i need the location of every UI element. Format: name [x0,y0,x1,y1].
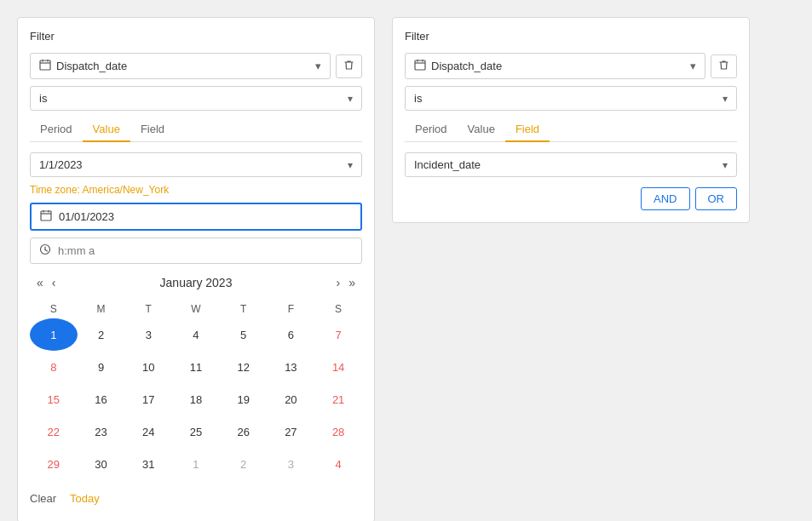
right-or-btn[interactable]: OR [695,187,738,210]
table-row[interactable]: 24 [124,415,172,448]
calendar-day: 24 [136,420,160,444]
calendar-day: 5 [232,323,256,346]
left-cal-th-s1: S [30,300,78,318]
right-field-dropdown-value: Incident_date [414,158,481,171]
left-date-input-row [30,203,362,231]
left-tab-period[interactable]: Period [30,117,83,142]
right-calendar-icon [414,59,426,73]
table-row[interactable]: 3 [124,318,172,351]
left-operator-chevron [348,92,353,105]
table-row[interactable]: 15 [30,383,78,415]
table-row[interactable]: 29 [30,448,78,480]
table-row[interactable]: 13 [268,351,315,383]
left-time-input[interactable] [58,244,353,257]
calendar-day: 2 [89,323,113,346]
calendar-day: 29 [42,452,66,476]
table-row[interactable]: 3 [268,448,315,480]
table-row[interactable]: 6 [268,318,315,351]
svg-rect-4 [41,211,51,220]
table-row[interactable]: 2 [78,318,125,351]
left-delete-btn[interactable] [336,54,362,78]
left-cal-th-w: W [172,300,220,318]
left-cal-month-year: January 2023 [160,276,233,289]
left-field-row: Dispatch_date ▾ [30,53,362,79]
table-row[interactable]: 12 [220,351,268,383]
calendar-day: 30 [89,452,113,476]
calendar-day: 8 [42,355,66,379]
calendar-day: 3 [136,323,160,346]
table-row[interactable]: 16 [78,383,125,415]
left-time-input-row [30,238,362,264]
left-cal-th-f: F [268,300,315,318]
left-date-preset-select[interactable]: 1/1/2023 [30,152,362,177]
table-row[interactable]: 8 [30,351,78,383]
table-row[interactable]: 14 [314,351,362,383]
calendar-day: 12 [232,355,256,379]
right-field-dropdown[interactable]: Incident_date [405,152,737,177]
table-row[interactable]: 19 [220,383,268,415]
left-cal-today-btn[interactable]: Today [70,490,100,507]
right-operator-select[interactable]: is [405,86,737,111]
right-delete-btn[interactable] [711,54,737,78]
right-field-name: Dispatch_date [431,60,687,72]
table-row[interactable]: 9 [78,351,125,383]
calendar-day: 2 [232,452,256,476]
right-field-row: Dispatch_date ▾ [405,53,737,79]
table-row[interactable]: 1 [30,318,78,351]
table-row[interactable]: 10 [124,351,172,383]
left-cal-next-year-btn[interactable]: » [345,274,359,291]
left-operator-select[interactable]: is [30,86,362,111]
table-row[interactable]: 22 [30,415,78,448]
left-tab-value[interactable]: Value [83,117,130,142]
right-and-btn[interactable]: AND [641,187,689,210]
left-cal-th-s2: S [314,300,362,318]
table-row[interactable]: 30 [78,448,125,480]
left-cal-prev-year-btn[interactable]: « [33,274,47,291]
left-calendar: « ‹ January 2023 › » S M T W T F S [30,274,362,510]
table-row[interactable]: 20 [268,383,315,415]
calendar-day: 13 [279,355,302,379]
left-cal-grid: S M T W T F S 12345678910111213141516171… [30,300,362,480]
table-row[interactable]: 4 [314,448,362,480]
calendar-day: 26 [232,420,256,444]
table-row[interactable]: 5 [220,318,268,351]
table-row[interactable]: 7 [314,318,362,351]
left-date-cal-icon [40,209,52,224]
table-row[interactable]: 1 [172,448,220,480]
table-row[interactable]: 18 [172,383,220,415]
left-date-input[interactable] [59,210,352,223]
table-row[interactable]: 4 [172,318,220,351]
right-tab-field[interactable]: Field [505,117,550,142]
calendar-day: 6 [279,323,302,346]
left-cal-clear-btn[interactable]: Clear [30,490,56,507]
left-cal-prev-month-btn[interactable]: ‹ [49,274,60,291]
svg-line-10 [45,250,48,252]
calendar-day: 28 [326,420,350,444]
table-row[interactable]: 25 [172,415,220,448]
table-row[interactable]: 2 [220,448,268,480]
calendar-day: 15 [42,387,66,411]
calendar-day: 21 [326,387,350,411]
svg-rect-0 [40,60,50,70]
left-field-select-btn[interactable]: Dispatch_date ▾ [30,53,331,79]
calendar-day: 9 [89,355,113,379]
right-field-select-btn[interactable]: Dispatch_date ▾ [405,53,705,79]
calendar-day: 20 [279,387,302,411]
calendar-day: 23 [89,420,113,444]
left-cal-th-t1: T [124,300,172,318]
table-row[interactable]: 21 [314,383,362,415]
table-row[interactable]: 17 [124,383,172,415]
table-row[interactable]: 28 [314,415,362,448]
table-row[interactable]: 11 [172,351,220,383]
left-tab-field[interactable]: Field [130,117,175,142]
table-row[interactable]: 23 [78,415,125,448]
right-tab-period[interactable]: Period [405,117,458,142]
calendar-day: 27 [279,420,302,444]
left-cal-next-month-btn[interactable]: › [333,274,344,291]
table-row[interactable]: 31 [124,448,172,480]
right-field-dropdown-chevron [723,158,728,171]
right-tab-value[interactable]: Value [458,117,505,142]
calendar-day: 11 [184,355,208,379]
table-row[interactable]: 26 [220,415,268,448]
table-row[interactable]: 27 [268,415,315,448]
